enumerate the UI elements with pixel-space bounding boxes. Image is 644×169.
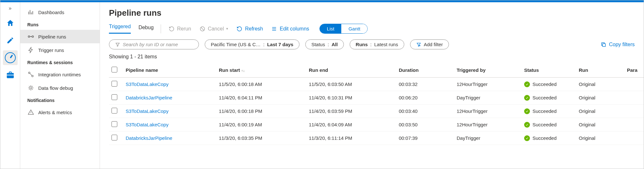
col-status[interactable]: Status [522,63,576,78]
chevron-down-icon: ▾ [226,27,228,31]
toolbar: Triggered Debug Rerun Cancel ▾ Refresh E… [109,24,635,34]
runs-filter[interactable]: Runs : Latest runs [350,39,404,49]
checkbox-icon [112,108,117,114]
checkbox-icon [112,135,117,140]
row-checkbox[interactable] [109,91,123,105]
run-type-cell: Original [576,78,624,91]
pipeline-name-link[interactable]: DatabricksJarPipeline [126,135,172,141]
parameters-cell [624,131,644,145]
row-checkbox[interactable] [109,105,123,118]
table-row[interactable]: DatabricksJarPipeline11/4/20, 6:04:11 PM… [109,91,644,105]
status-cell: Succeeded [522,118,576,131]
dashboards-icon [27,9,34,16]
success-icon [524,95,530,101]
view-toggle: List Gantt [319,24,368,34]
runs-filter-label: Runs [356,42,368,47]
sidenav-label: Dashboards [38,10,64,15]
search-input[interactable]: Search by run ID or name [109,39,199,49]
checkbox-icon [112,67,117,72]
checkbox-icon [112,81,117,87]
edit-columns-label: Edit columns [280,26,309,32]
duration-cell: 00:06:20 [396,91,454,105]
col-run[interactable]: Run [576,63,624,78]
row-checkbox[interactable] [109,118,123,131]
toolbar-divider [161,24,161,33]
sidenav-data-flow-debug[interactable]: Data flow debug [20,81,100,95]
timerange-value: Last 7 days [267,42,293,47]
pipeline-name-link[interactable]: S3ToDataLakeCopy [126,81,168,87]
view-gantt-option[interactable]: Gantt [341,24,367,33]
run-end-cell: 11/4/20, 6:03:59 PM [306,105,396,118]
sidenav-alerts-metrics[interactable]: Alerts & metrics [20,106,100,119]
sidenav-pipeline-runs[interactable]: Pipeline runs [20,30,100,43]
rail-home[interactable] [3,16,18,30]
integration-runtimes-icon [27,71,34,78]
sidenav-label: Alerts & metrics [38,110,72,115]
add-filter-button[interactable]: Add filter [410,39,449,49]
table-row[interactable]: S3ToDataLakeCopy11/5/20, 6:00:18 AM11/5/… [109,78,644,91]
col-run-start[interactable]: Run start↑↓ [216,63,306,78]
duration-cell: 00:03:50 [396,118,454,131]
add-filter-label: Add filter [424,42,443,47]
sidenav-integration-runtimes[interactable]: Integration runtimes [20,68,100,81]
copy-icon [601,42,606,47]
sidenav-trigger-runs[interactable]: Trigger runs [20,43,100,57]
checkbox-icon [112,121,117,127]
table-row[interactable]: DatabricksJarPipeline11/3/20, 6:03:35 PM… [109,131,644,145]
sidenav-label: Data flow debug [38,85,73,91]
sidenav-dashboards[interactable]: Dashboards [20,5,100,19]
toolbox-icon [6,71,14,79]
view-list-option[interactable]: List [320,24,341,33]
status-cell: Succeeded [522,105,576,118]
pipeline-name-link[interactable]: S3ToDataLakeCopy [126,108,168,114]
table-row[interactable]: S3ToDataLakeCopy11/4/20, 6:00:18 PM11/4/… [109,105,644,118]
main-content: Pipeline runs Triggered Debug Rerun Canc… [100,0,644,169]
success-icon [524,108,530,114]
add-filter-icon [416,42,421,47]
edit-columns-button[interactable]: Edit columns [271,25,310,33]
status-cell: Succeeded [522,131,576,145]
parameters-cell [624,118,644,131]
sidenav-group-runs: Runs [20,19,100,30]
col-run-end[interactable]: Run end [306,63,396,78]
data-flow-debug-icon [27,84,34,91]
copy-filters-button[interactable]: Copy filters [601,42,635,47]
run-start-cell: 11/5/20, 6:00:18 AM [216,78,306,91]
expand-rail-button[interactable]: » [9,4,12,14]
triggered-by-cell: 12HourTrigger [454,78,522,91]
select-all-header[interactable] [109,63,123,78]
row-checkbox[interactable] [109,131,123,145]
refresh-button[interactable]: Refresh [236,25,264,33]
success-icon [524,81,530,87]
col-pipeline-name[interactable]: Pipeline name [123,63,216,78]
result-count: Showing 1 - 21 items [109,54,635,60]
table-row[interactable]: S3ToDataLakeCopy11/4/20, 6:00:19 AM11/4/… [109,118,644,131]
rail-author[interactable] [3,33,18,48]
status-cell: Succeeded [522,91,576,105]
row-checkbox[interactable] [109,78,123,91]
rail-monitor[interactable] [3,50,18,65]
rail-manage[interactable] [3,68,18,82]
rerun-label: Rerun [177,26,191,32]
cancel-button[interactable]: Cancel ▾ [199,25,229,33]
col-parameters[interactable]: Para [624,63,644,78]
triggered-by-cell: 12HourTrigger [454,118,522,131]
duration-cell: 00:03:40 [396,105,454,118]
run-end-cell: 11/3/20, 6:11:14 PM [306,131,396,145]
status-filter[interactable]: Status : All [305,39,344,49]
sidenav-group-runtimes: Runtimes & sessions [20,57,100,68]
run-start-cell: 11/3/20, 6:03:35 PM [216,131,306,145]
col-triggered-by[interactable]: Triggered by [454,63,522,78]
timerange-filter[interactable]: Pacific Time (US & C… : Last 7 days [205,39,300,49]
tab-debug[interactable]: Debug [139,25,154,34]
pipeline-name-link[interactable]: S3ToDataLakeCopy [126,122,168,127]
duration-cell: 00:03:32 [396,78,454,91]
col-duration[interactable]: Duration [396,63,454,78]
pipeline-name-link[interactable]: DatabricksJarPipeline [126,95,172,100]
triggered-by-cell: 12HourTrigger [454,105,522,118]
success-icon [524,135,530,141]
rerun-button[interactable]: Rerun [168,25,192,33]
tab-triggered[interactable]: Triggered [109,24,131,34]
alerts-icon [27,109,34,116]
run-type-cell: Original [576,131,624,145]
